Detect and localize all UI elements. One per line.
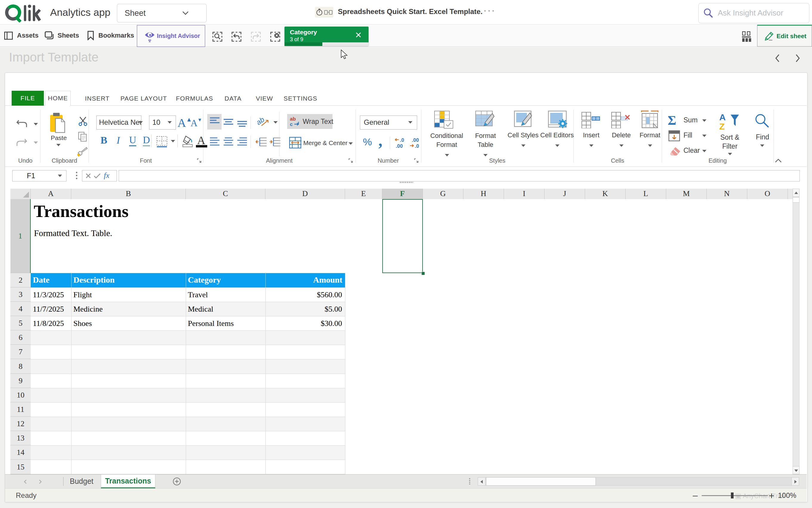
svg-text:.00: .00 xyxy=(412,137,419,143)
svg-text:A: A xyxy=(719,113,726,122)
svg-text:ab: ab xyxy=(257,116,266,127)
svg-text:ab: ab xyxy=(290,116,296,122)
svg-text:Z: Z xyxy=(719,122,725,131)
svg-text:.00: .00 xyxy=(396,143,403,149)
svg-text:.0: .0 xyxy=(400,137,404,143)
svg-text:c: c xyxy=(290,122,292,127)
svg-text:.0: .0 xyxy=(415,143,419,149)
